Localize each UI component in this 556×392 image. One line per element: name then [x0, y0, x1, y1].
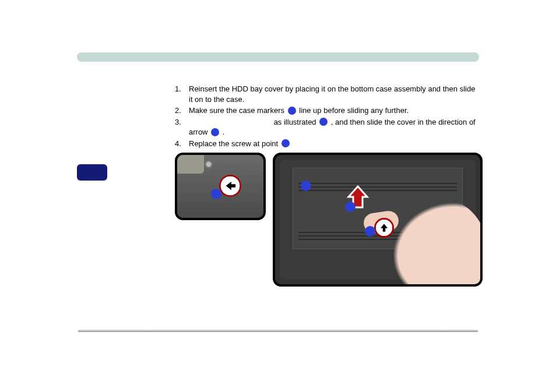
step-text-fragment: Reinsert the HDD bay cover by placing it…	[189, 84, 475, 104]
reference-bullet-icon	[345, 202, 356, 212]
vent-line	[298, 190, 457, 191]
reference-bullet-icon	[319, 118, 328, 126]
reference-bullet-icon	[301, 181, 311, 191]
step-text-fragment: line up before sliding any further.	[299, 106, 409, 115]
side-tab	[77, 164, 107, 181]
step-number: 2.	[175, 105, 189, 116]
figure-large	[273, 153, 483, 287]
step-text: Reinsert the HDD bay cover by placing it…	[189, 84, 478, 104]
reference-bullet-icon	[211, 128, 219, 136]
reference-bullet-icon	[365, 226, 375, 236]
step-1: 1. Reinsert the HDD bay cover by placing…	[175, 84, 478, 104]
step-2: 2. Make sure the case markers line up be…	[175, 105, 478, 116]
step-text-fragment: Make sure the case markers	[189, 106, 287, 115]
footer-rule	[78, 330, 478, 332]
step-text: Replace the screw at point	[189, 139, 478, 149]
reference-bullet-icon	[288, 107, 296, 115]
figures-row	[175, 153, 483, 287]
step-text: as illustrated , and then slide the cove…	[189, 117, 478, 137]
instruction-list: 1. Reinsert the HDD bay cover by placing…	[175, 84, 478, 150]
screw-icon	[204, 160, 213, 169]
step-text-fragment: , and then slide the cover in the direct…	[189, 118, 476, 137]
step-number: 4.	[175, 139, 189, 149]
arrow-up-small-icon	[379, 223, 389, 233]
step-3: 3. as illustrated , and then slide the c…	[175, 117, 478, 137]
figure-small	[175, 153, 266, 220]
metal-corner	[177, 155, 204, 174]
reference-bullet-icon	[211, 189, 221, 199]
reference-bullet-icon	[281, 139, 290, 147]
step-4: 4. Replace the screw at point	[175, 139, 478, 149]
header-bar	[77, 52, 479, 62]
vent-line	[298, 186, 457, 188]
vent-line	[298, 183, 457, 184]
step-text-fragment: Replace the screw at point	[189, 139, 280, 148]
arrow-up-badge-icon	[374, 218, 394, 238]
arrow-left-badge-icon	[219, 175, 241, 197]
arrow-left-icon	[224, 179, 237, 192]
step-number: 1.	[175, 84, 189, 104]
step-text-fragment: .	[223, 128, 225, 136]
step-text: Make sure the case markers line up befor…	[189, 105, 478, 116]
step-number: 3.	[175, 117, 189, 137]
step-text-fragment: as illustrated	[274, 118, 319, 126]
